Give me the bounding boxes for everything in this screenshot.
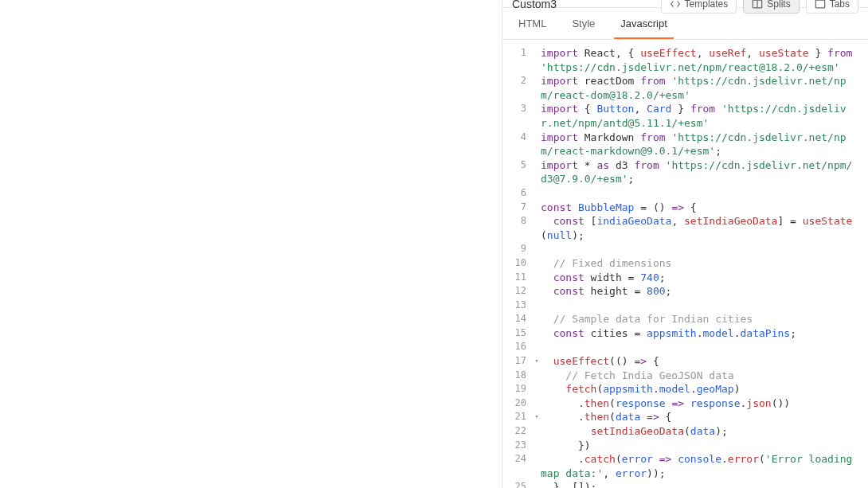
line-number: 13 (502, 299, 533, 313)
code-line[interactable]: 20 .then(response => response.json()) (502, 396, 868, 411)
line-number: 3 (502, 102, 533, 130)
code-line[interactable]: 1import React, { useEffect, useRef, useS… (502, 46, 868, 74)
fold-icon (533, 74, 541, 102)
editor-tabs: HTML Style Javascript (502, 8, 868, 40)
fold-icon (533, 158, 541, 186)
fold-icon (533, 424, 541, 439)
fold-icon (533, 326, 541, 341)
code-content[interactable]: // Sample data for Indian cities (541, 312, 868, 326)
line-number: 1 (502, 46, 533, 74)
code-line[interactable]: 24 .catch(error => console.error('Error … (502, 452, 868, 480)
code-line[interactable]: 17▾ useEffect(() => { (502, 354, 868, 369)
fold-icon (533, 201, 541, 215)
code-line[interactable]: 22 setIndiaGeoData(data); (502, 424, 868, 439)
code-line[interactable]: 5import * as d3 from 'https://cdn.jsdeli… (502, 158, 868, 186)
code-line[interactable]: 25 }, []); (502, 480, 868, 488)
code-content[interactable]: import { Button, Card } from 'https://cd… (541, 102, 868, 130)
code-content[interactable]: }) (541, 439, 868, 453)
fold-icon (533, 340, 541, 354)
code-content[interactable]: // Fetch India GeoJSON data (541, 369, 868, 383)
code-line[interactable]: 16 (502, 340, 868, 354)
fold-icon (533, 452, 541, 480)
line-number: 9 (502, 242, 533, 256)
code-line[interactable]: 12 const height = 800; (502, 284, 868, 299)
code-line[interactable]: 14 // Sample data for Indian cities (502, 312, 868, 326)
fold-icon (533, 256, 541, 271)
code-content[interactable]: import * as d3 from 'https://cdn.jsdeliv… (541, 158, 868, 186)
code-content[interactable]: const BubbleMap = () => { (541, 201, 868, 215)
code-content[interactable]: const [indiaGeoData, setIndiaGeoData] = … (541, 214, 868, 242)
code-line[interactable]: 3import { Button, Card } from 'https://c… (502, 102, 868, 130)
code-content[interactable] (541, 299, 868, 313)
code-content[interactable]: fetch(appsmith.model.geoMap) (541, 382, 868, 396)
code-content[interactable]: const cities = appsmith.model.dataPins; (541, 326, 868, 341)
fold-icon (533, 369, 541, 383)
fold-icon (533, 186, 541, 201)
line-number: 16 (502, 340, 533, 354)
code-content[interactable] (541, 340, 868, 354)
code-line[interactable]: 6 (502, 186, 868, 201)
code-line[interactable]: 4import Markdown from 'https://cdn.jsdel… (502, 131, 868, 158)
fold-icon[interactable]: ▾ (533, 410, 541, 424)
code-line[interactable]: 15 const cities = appsmith.model.dataPin… (502, 326, 868, 341)
line-number: 23 (502, 439, 533, 453)
preview-pane (0, 0, 502, 488)
line-number: 2 (502, 74, 533, 102)
line-number: 15 (502, 326, 533, 341)
code-content[interactable]: // Fixed dimensions (541, 256, 868, 271)
line-number: 17 (502, 354, 533, 369)
line-number: 4 (502, 131, 533, 158)
code-line[interactable]: 9 (502, 242, 868, 256)
tab-style[interactable]: Style (565, 8, 601, 39)
code-content[interactable]: import React, { useEffect, useRef, useSt… (541, 46, 868, 74)
fold-icon (533, 242, 541, 256)
code-content[interactable]: .then(data => { (541, 410, 868, 424)
code-line[interactable]: 13 (502, 299, 868, 313)
line-number: 22 (502, 424, 533, 439)
fold-icon (533, 214, 541, 242)
code-content[interactable]: useEffect(() => { (541, 354, 868, 369)
code-line[interactable]: 7const BubbleMap = () => { (502, 201, 868, 215)
code-content[interactable]: const height = 800; (541, 284, 868, 299)
line-number: 12 (502, 284, 533, 299)
fold-icon (533, 382, 541, 396)
code-line[interactable]: 23 }) (502, 439, 868, 453)
line-number: 25 (502, 480, 533, 488)
fold-icon (533, 131, 541, 158)
fold-icon (533, 284, 541, 299)
fold-icon[interactable]: ▾ (533, 354, 541, 369)
code-line[interactable]: 11 const width = 740; (502, 271, 868, 285)
code-line[interactable]: 19 fetch(appsmith.model.geoMap) (502, 382, 868, 396)
code-content[interactable]: setIndiaGeoData(data); (541, 424, 868, 439)
line-number: 8 (502, 214, 533, 242)
code-content[interactable]: import reactDom from 'https://cdn.jsdeli… (541, 74, 868, 102)
code-editor[interactable]: 1import React, { useEffect, useRef, useS… (502, 40, 868, 488)
fold-icon (533, 102, 541, 130)
code-line[interactable]: 2import reactDom from 'https://cdn.jsdel… (502, 74, 868, 102)
code-content[interactable] (541, 242, 868, 256)
fold-icon (533, 271, 541, 285)
fold-icon (533, 46, 541, 74)
line-number: 6 (502, 186, 533, 201)
line-number: 10 (502, 256, 533, 271)
svg-rect-2 (815, 0, 824, 7)
code-line[interactable]: 18 // Fetch India GeoJSON data (502, 369, 868, 383)
tab-javascript[interactable]: Javascript (614, 8, 674, 39)
code-line[interactable]: 10 // Fixed dimensions (502, 256, 868, 271)
code-content[interactable]: const width = 740; (541, 271, 868, 285)
fold-icon (533, 299, 541, 313)
line-number: 11 (502, 271, 533, 285)
code-content[interactable]: import Markdown from 'https://cdn.jsdeli… (541, 131, 868, 158)
code-content[interactable]: .catch(error => console.error('Error loa… (541, 452, 868, 480)
line-number: 14 (502, 312, 533, 326)
line-number: 20 (502, 396, 533, 411)
code-line[interactable]: 21▾ .then(data => { (502, 410, 868, 424)
code-line[interactable]: 8 const [indiaGeoData, setIndiaGeoData] … (502, 214, 868, 242)
code-content[interactable] (541, 186, 868, 201)
fold-icon (533, 439, 541, 453)
line-number: 21 (502, 410, 533, 424)
line-number: 18 (502, 369, 533, 383)
code-content[interactable]: }, []); (541, 480, 868, 488)
code-content[interactable]: .then(response => response.json()) (541, 396, 868, 411)
tab-html[interactable]: HTML (512, 8, 553, 39)
